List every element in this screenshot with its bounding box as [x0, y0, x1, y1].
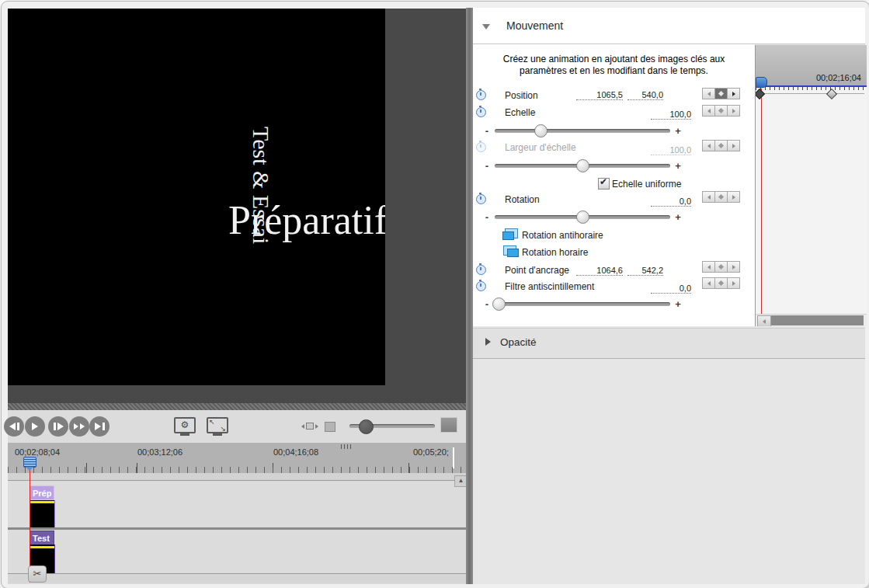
render-preview-button[interactable]: ⚙	[174, 417, 196, 433]
flicker-keyframe-nav[interactable]	[703, 277, 740, 289]
slider-minus[interactable]: -	[484, 298, 490, 310]
position-x-value[interactable]: 1065,5	[576, 90, 623, 100]
scale-stopwatch-icon[interactable]	[476, 107, 486, 117]
hscroll-thumb[interactable]	[771, 315, 864, 325]
scale-width-stopwatch-icon[interactable]	[476, 142, 486, 152]
keyframe-diamond-2[interactable]	[826, 89, 837, 99]
monitor-zoom-slider[interactable]	[349, 424, 435, 428]
flicker-stopwatch-icon[interactable]	[476, 281, 486, 291]
clip-prep-rubberband[interactable]	[30, 501, 54, 503]
rotation-slider-thumb[interactable]	[576, 210, 589, 224]
fullscreen-button[interactable]: ↖ ↘	[207, 417, 228, 433]
rotate-ccw-button[interactable]: Rotation antihoraire	[522, 230, 603, 241]
zoom-in-icon[interactable]	[440, 417, 457, 433]
play-icon	[32, 423, 38, 430]
next-edit-button[interactable]	[89, 416, 109, 437]
fast-forward-icon	[74, 423, 78, 430]
work-area-grip-icon[interactable]	[341, 444, 352, 449]
scale-slider[interactable]: - +	[484, 124, 681, 137]
fast-forward-button[interactable]	[69, 416, 89, 437]
scale-width-slider[interactable]: - +	[484, 158, 681, 172]
video-track-1[interactable]	[8, 481, 466, 527]
monitor-stand-icon	[180, 433, 189, 436]
timeline-ruler[interactable]: 00;02;08;04 00;03;12;06 00;04;16;08 00;0…	[8, 443, 466, 474]
anchor-x-value[interactable]: 1064,6	[576, 266, 623, 276]
monitor-zoom-thumb[interactable]	[359, 419, 374, 434]
monitor-panel: Test & Essai Préparatifs	[8, 9, 467, 403]
pan-icon[interactable]	[301, 423, 318, 430]
razor-tool-button[interactable]: ✂	[28, 565, 47, 583]
rotate-cw-button[interactable]: Rotation horaire	[522, 247, 588, 258]
motion-section-title: Mouvement	[506, 19, 563, 32]
position-label: Position	[505, 90, 538, 101]
timeline-panel: 00;02;08;04 00;03;12;06 00;04;16;08 00;0…	[8, 443, 466, 584]
previous-frame-button[interactable]	[4, 416, 24, 437]
ruler-timecode-1: 00;02;08;04	[15, 447, 60, 457]
keyframe-hscrollbar[interactable]	[756, 314, 867, 326]
title-main-text: Préparatifs	[228, 197, 385, 243]
panel-divider[interactable]	[466, 8, 473, 584]
scale-width-keyframe-nav[interactable]	[703, 140, 740, 151]
scale-value[interactable]: 100,0	[651, 110, 691, 120]
scale-keyframe-nav[interactable]	[703, 105, 740, 117]
keyframe-track-line	[757, 93, 864, 94]
scale-width-slider-thumb[interactable]	[576, 159, 589, 172]
app-window: Test & Essai Préparatifs ⚙ ↖	[1, 1, 869, 588]
slider-plus[interactable]: +	[675, 211, 681, 223]
keyframe-cti-head[interactable]	[756, 77, 767, 88]
ruler-timecode-3: 00;04;16;08	[273, 447, 318, 457]
collapse-triangle-icon[interactable]	[482, 24, 490, 30]
position-y-value[interactable]: 540,0	[627, 90, 663, 100]
rotation-value[interactable]: 0,0	[651, 197, 691, 207]
clip-test-header[interactable]: Test	[30, 531, 54, 545]
flicker-value[interactable]: 0,0	[651, 284, 691, 294]
keyframe-timeline: 00;02;16;04	[755, 45, 867, 326]
uniform-scale-checkbox[interactable]: ✔	[598, 178, 610, 190]
step-forward-button[interactable]	[48, 416, 68, 437]
clip-prep-body[interactable]	[30, 500, 55, 527]
slider-minus[interactable]: -	[484, 160, 490, 172]
hscroll-left-button[interactable]	[757, 315, 771, 326]
rotation-slider[interactable]: - +	[484, 210, 681, 224]
uniform-scale-label: Echelle uniforme	[612, 179, 681, 190]
motion-section-header[interactable]: Mouvement	[473, 8, 865, 44]
rotate-ccw-icon[interactable]	[505, 228, 518, 238]
expand-triangle-icon[interactable]	[485, 338, 491, 346]
keyframe-diamond-1[interactable]	[755, 89, 765, 99]
flicker-slider-thumb[interactable]	[492, 297, 506, 311]
anchor-y-value[interactable]: 542,2	[627, 266, 663, 276]
slider-minus[interactable]: -	[484, 211, 490, 223]
clip-prep-header[interactable]: Prép	[30, 485, 54, 500]
anchor-stopwatch-icon[interactable]	[476, 265, 486, 275]
opacity-section-title: Opacité	[500, 336, 537, 348]
position-keyframe-nav[interactable]	[703, 88, 740, 99]
step-back-bar-icon	[17, 423, 19, 430]
flicker-slider[interactable]: - +	[484, 297, 681, 311]
rotation-stopwatch-icon[interactable]	[476, 194, 486, 204]
rotation-keyframe-nav[interactable]	[703, 191, 740, 203]
zoom-out-icon[interactable]	[325, 422, 335, 432]
timeline-scroll-up-button[interactable]: ▲	[454, 475, 466, 487]
clip-test-rubberband[interactable]	[30, 546, 54, 548]
play-button[interactable]	[25, 416, 45, 437]
anchor-keyframe-nav[interactable]	[703, 261, 740, 273]
timeline-cti-head[interactable]	[23, 457, 36, 468]
add-keyframe-button[interactable]	[714, 88, 728, 99]
scale-slider-thumb[interactable]	[534, 124, 547, 137]
timeline-footer-row	[8, 574, 466, 583]
slider-plus[interactable]: +	[675, 298, 681, 310]
slider-plus[interactable]: +	[675, 160, 681, 172]
scale-width-value[interactable]: 100,0	[651, 145, 691, 155]
position-stopwatch-icon[interactable]	[476, 90, 486, 100]
slider-minus[interactable]: -	[484, 125, 490, 137]
video-track-2[interactable]	[8, 530, 466, 574]
prev-keyframe-button[interactable]	[702, 88, 715, 99]
keyframe-ruler-line	[756, 85, 867, 87]
next-keyframe-button[interactable]	[727, 88, 740, 99]
opacity-section-header[interactable]: Opacité	[473, 328, 865, 359]
panel-grip-separator[interactable]	[8, 403, 467, 410]
rotate-cw-icon[interactable]	[503, 245, 516, 256]
scale-label: Echelle	[505, 107, 535, 118]
slider-plus[interactable]: +	[675, 125, 681, 137]
video-preview[interactable]: Test & Essai Préparatifs	[8, 9, 385, 385]
